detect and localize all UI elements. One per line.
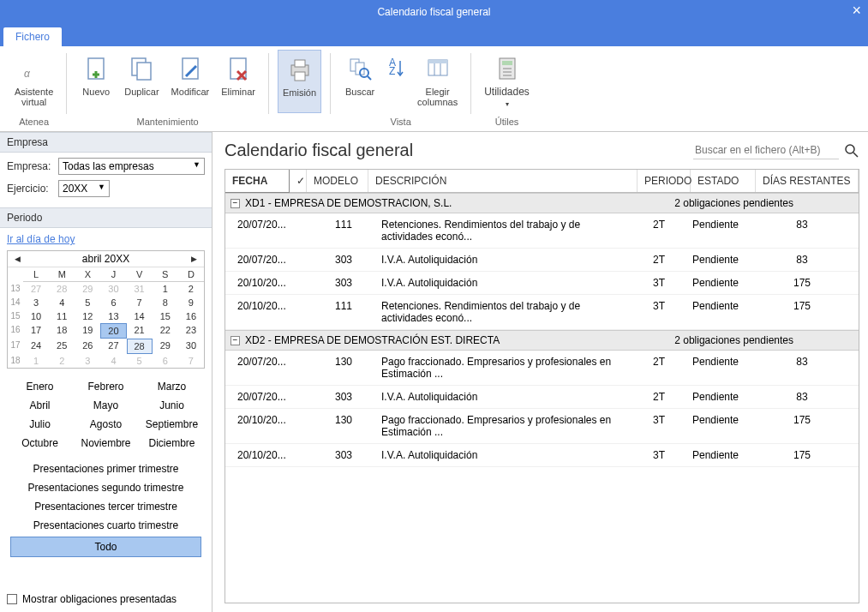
col-desc[interactable]: DESCRIPCIÓN	[368, 170, 638, 192]
month-link[interactable]: Agosto	[76, 417, 135, 432]
cal-day[interactable]: 3	[75, 354, 100, 368]
group-row[interactable]: −XD1 - EMPRESA DE DEMOSTRACION, S.L.2 ob…	[225, 193, 859, 213]
table-row[interactable]: 20/07/20... 303 I.V.A. Autoliquidación 2…	[225, 249, 859, 272]
cal-day[interactable]: 4	[100, 354, 126, 368]
col-estado[interactable]: ESTADO	[691, 170, 756, 192]
cal-day[interactable]: 5	[127, 354, 153, 368]
cal-next-icon[interactable]: ▶	[191, 255, 197, 263]
cal-day[interactable]: 2	[178, 282, 204, 296]
col-periodo[interactable]: PERIODO	[638, 170, 691, 192]
cal-day[interactable]: 14	[127, 309, 153, 323]
cal-day[interactable]: 3	[23, 296, 49, 309]
cal-day[interactable]: 24	[23, 339, 49, 354]
cal-day[interactable]: 28	[49, 282, 75, 296]
mostrar-checkbox[interactable]	[7, 594, 17, 604]
search-input[interactable]	[693, 141, 839, 159]
cal-day[interactable]: 28	[127, 339, 153, 354]
search-go-icon[interactable]	[844, 143, 859, 159]
group-summary: 2 obligaciones pendientes	[674, 197, 853, 209]
month-link[interactable]: Septiembre	[142, 417, 201, 432]
quick-filter-all[interactable]: Todo	[10, 537, 201, 557]
month-link[interactable]: Mayo	[76, 398, 135, 413]
cal-day[interactable]: 29	[153, 339, 178, 354]
ejercicio-select[interactable]: 20XX▼	[58, 180, 110, 197]
col-dias[interactable]: DÍAS RESTANTES	[756, 170, 859, 192]
cal-day[interactable]: 27	[23, 282, 49, 296]
nuevo-button[interactable]: Nuevo	[75, 50, 117, 113]
empresa-select[interactable]: Todas las empresas▼	[58, 158, 205, 175]
duplicar-button[interactable]: Duplicar	[120, 50, 163, 113]
month-link[interactable]: Junio	[142, 398, 201, 413]
cal-day[interactable]: 20	[100, 323, 126, 339]
col-check[interactable]: ✓	[290, 170, 307, 192]
cal-day[interactable]: 9	[178, 296, 204, 309]
cal-day[interactable]: 19	[75, 323, 100, 339]
month-link[interactable]: Abril	[10, 398, 69, 413]
month-link[interactable]: Julio	[10, 417, 69, 432]
cal-day[interactable]: 7	[127, 296, 153, 309]
collapse-icon[interactable]: −	[230, 336, 240, 345]
cal-day[interactable]: 27	[100, 339, 126, 354]
cal-day[interactable]: 16	[178, 309, 204, 323]
cal-day[interactable]: 8	[153, 296, 178, 309]
month-link[interactable]: Enero	[10, 379, 69, 394]
modificar-button[interactable]: Modificar	[167, 50, 214, 113]
cal-prev-icon[interactable]: ◀	[15, 255, 21, 263]
elegir-columnas-button[interactable]: Elegir columnas	[413, 50, 462, 113]
cal-day[interactable]: 6	[100, 296, 126, 309]
cal-day[interactable]: 22	[153, 323, 178, 339]
table-row[interactable]: 20/10/20... 130 Pago fraccionado. Empres…	[225, 409, 859, 444]
ir-hoy-link[interactable]: Ir al día de hoy	[7, 233, 205, 245]
close-icon[interactable]: ×	[852, 2, 861, 20]
sort-button[interactable]: AZ	[384, 50, 410, 113]
cal-day[interactable]: 17	[23, 323, 49, 339]
cal-day[interactable]: 6	[153, 354, 178, 368]
utilidades-button[interactable]: Utilidades▾	[480, 50, 534, 113]
cal-day[interactable]: 2	[49, 354, 75, 368]
col-modelo[interactable]: MODELO	[307, 170, 368, 192]
quick-filter[interactable]: Presentaciones tercer trimestre	[7, 497, 205, 516]
month-link[interactable]: Octubre	[10, 435, 69, 451]
table-row[interactable]: 20/10/20... 111 Retenciones. Rendimiento…	[225, 295, 859, 330]
cal-day[interactable]: 15	[153, 309, 178, 323]
table-row[interactable]: 20/07/20... 111 Retenciones. Rendimiento…	[225, 213, 859, 249]
eliminar-button[interactable]: Eliminar	[217, 50, 260, 113]
col-fecha[interactable]: FECHA	[224, 169, 290, 193]
tab-fichero[interactable]: Fichero	[3, 27, 62, 46]
month-link[interactable]: Febrero	[76, 379, 135, 394]
cal-day[interactable]: 29	[75, 282, 100, 296]
cal-day[interactable]: 13	[100, 309, 126, 323]
buscar-button[interactable]: Buscar	[339, 50, 380, 113]
cal-day[interactable]: 18	[49, 323, 75, 339]
cal-day[interactable]: 4	[49, 296, 75, 309]
table-row[interactable]: 20/10/20... 303 I.V.A. Autoliquidación 3…	[225, 444, 859, 467]
cal-day[interactable]: 11	[49, 309, 75, 323]
quick-filter[interactable]: Presentaciones cuarto trimestre	[7, 516, 205, 535]
table-row[interactable]: 20/07/20... 303 I.V.A. Autoliquidación 2…	[225, 386, 859, 409]
month-link[interactable]: Diciembre	[142, 435, 201, 451]
cal-day[interactable]: 10	[23, 309, 49, 323]
emision-button[interactable]: Emisión	[278, 50, 321, 113]
month-link[interactable]: Noviembre	[76, 435, 135, 451]
cal-day[interactable]: 21	[127, 323, 153, 339]
cal-day[interactable]: 31	[127, 282, 153, 296]
cal-day[interactable]: 30	[100, 282, 126, 296]
cal-day[interactable]: 26	[75, 339, 100, 354]
cal-day[interactable]: 25	[49, 339, 75, 354]
table-row[interactable]: 20/07/20... 130 Pago fraccionado. Empres…	[225, 351, 859, 386]
cal-day[interactable]: 7	[178, 354, 204, 368]
group-row[interactable]: −XD2 - EMPRESA DE DEMOSTRACIÓN EST. DIRE…	[225, 330, 859, 351]
collapse-icon[interactable]: −	[230, 199, 240, 208]
quick-filter[interactable]: Presentaciones primer trimestre	[7, 459, 205, 478]
mini-calendar[interactable]: ◀ abril 20XX ▶ LMXJVSD132728293031121434…	[7, 250, 205, 369]
month-link[interactable]: Marzo	[142, 379, 201, 394]
cal-day[interactable]: 23	[178, 323, 204, 339]
cal-day[interactable]: 12	[75, 309, 100, 323]
quick-filter[interactable]: Presentaciones segundo trimestre	[7, 478, 205, 497]
asistente-button[interactable]: α Asistente virtual	[10, 50, 57, 113]
table-row[interactable]: 20/10/20... 303 I.V.A. Autoliquidación 3…	[225, 272, 859, 295]
cal-day[interactable]: 5	[75, 296, 100, 309]
cal-day[interactable]: 1	[153, 282, 178, 296]
cal-day[interactable]: 1	[23, 354, 49, 368]
cal-day[interactable]: 30	[178, 339, 204, 354]
